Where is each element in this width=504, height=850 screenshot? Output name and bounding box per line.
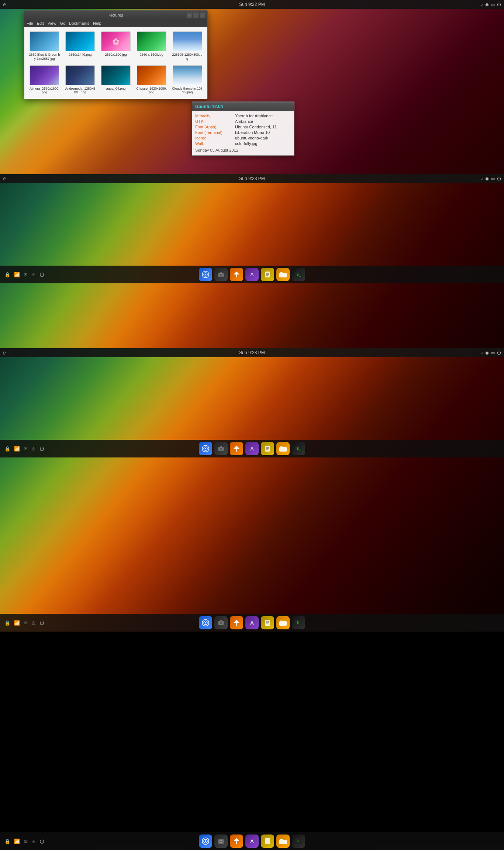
power-icon-bottom: ⏻ [39,839,44,844]
file-item[interactable]: Chasse_1920x1080.png [134,64,169,96]
info-value: ubuntu-mono-dark [235,136,268,140]
info-date: Sunday 05 August 2012 [195,148,291,152]
svg-text:A: A [250,272,254,277]
power-icon-2: ⏻ [497,176,501,181]
svg-point-52 [220,841,222,843]
info-value: Ysereh for Ambiance [235,114,273,118]
mail-icon-bottom: ✉ [24,839,28,844]
alert-icon-bottom: ⚠ [31,839,36,844]
lock-icon-3: 🔒 [4,620,10,626]
svg-rect-54 [265,838,270,844]
window-maximize-btn[interactable]: □ [193,13,199,18]
camera-dock-icon[interactable] [214,268,228,281]
file-thumbnail [173,31,202,51]
window-minimize-btn[interactable]: ─ [187,13,192,18]
svg-point-2 [205,274,206,275]
notes-bottom[interactable] [261,835,274,848]
file-manager-window: Pictures ─ □ × File Edit View Go Bookmar… [24,10,208,99]
terminal-bottom[interactable]: $_ [292,835,305,848]
menubar-time-3: Sun 9:23 PM [239,350,265,355]
info-value: Ubuntu Condensed, 11 [235,125,277,129]
file-item[interactable]: 2560 Blue & Green by Zim2687.jpg [27,30,62,62]
file-name: 2560 Blue & Green by Zim2687.jpg [29,53,60,61]
arrow-dock-icon[interactable] [230,268,243,281]
info-row-wall: Wall: colorfully.jpg [195,141,291,146]
arrow-dock-icon-2[interactable] [230,442,243,455]
ealign-logo-3: e [3,350,6,356]
arrow-dock-icon-3[interactable] [230,616,243,629]
menu-help[interactable]: Help [93,21,101,25]
folder-bottom[interactable] [276,835,290,848]
window-close-btn[interactable]: × [200,13,205,18]
file-item[interactable]: 2560 x 1600.jpg [134,30,169,62]
svg-rect-6 [220,272,222,273]
ubuntu-info-box: Ubuntu 12.04 Metacity: Ysereh for Ambian… [192,101,294,156]
mail-icon: ✉ [24,272,28,277]
appstore-dock-icon[interactable]: A [245,268,259,281]
appstore-dock-icon-3[interactable]: A [245,616,259,629]
file-item[interactable]: Almora_2560x1600.png [27,64,62,96]
svg-point-16 [205,448,206,449]
dock-center-2: A $_ [199,442,305,455]
notes-dock-icon[interactable] [261,268,274,281]
wifi-small-icon-3: 📶 [14,620,20,626]
svg-rect-20 [220,446,222,447]
volume-icon-3: ♪ [481,350,483,355]
file-grid: 2560 Blue & Green by Zim2687.jpg 2560x14… [24,27,207,99]
file-item[interactable]: 🌸 2560x1600.jpg [99,30,133,62]
menu-bookmarks[interactable]: Bookmarks [69,21,89,25]
wifi-icon-1: ◉ [485,2,489,7]
file-thumbnail [137,31,166,51]
spiral-dock-icon-3[interactable] [199,616,212,629]
file-thumbnail [30,65,59,85]
menu-view[interactable]: View [48,21,56,25]
camera-dock-icon-2[interactable] [214,442,228,455]
terminal-dock-icon-3[interactable]: $_ [292,616,305,629]
svg-text:$_: $_ [297,839,301,843]
folder-dock-icon-3[interactable] [276,616,290,629]
ealign-logo-1: e [3,1,6,7]
svg-text:$_: $_ [297,446,301,451]
notes-dock-icon-2[interactable] [261,442,274,455]
info-row-metacity: Metacity: Ysereh for Ambiance [195,114,291,118]
appstore-dock-icon-2[interactable]: A [245,442,259,455]
info-label: Font (Terminal): [195,130,232,135]
menubar-left-2: e [3,176,6,182]
camera-bottom[interactable] [214,835,228,848]
menubar-clock-1: Sun 9:22 PM [239,2,265,7]
file-item[interactable]: Andromeda_1280x800_.png [63,64,97,96]
desktop-background-3 [0,348,504,632]
spiral-dock-icon-2[interactable] [199,442,212,455]
file-item[interactable]: 2560x1440.png [63,30,97,62]
menu-go[interactable]: Go [60,21,65,25]
alert-icon-2: ⚠ [31,446,36,452]
menubar-right-2: ♪ ◉ ▭ ⏻ [481,176,501,181]
dock-center-3: A $_ [199,616,305,629]
menubar-1: e Sun 9:22 PM ♪ ◉ ▭ ⏻ [0,0,504,9]
app-bottom[interactable]: A [245,835,259,848]
wifi-icon-bottom: 📶 [14,839,20,844]
spiral-bottom[interactable] [199,835,212,848]
file-manager-titlebar[interactable]: Pictures ─ □ × [24,11,207,20]
file-thumbnail [101,65,131,85]
terminal-dock-icon[interactable]: $_ [292,268,305,281]
file-thumbnail [65,65,95,85]
folder-dock-icon-2[interactable] [276,442,290,455]
camera-dock-icon-3[interactable] [214,616,228,629]
terminal-dock-icon-2[interactable]: $_ [292,442,305,455]
notes-dock-icon-3[interactable] [261,616,274,629]
folder-dock-icon[interactable] [276,268,290,281]
svg-point-49 [205,840,206,842]
file-item[interactable]: Clouds theme in 1080p.jpeg [170,64,204,96]
spiral-dock-icon[interactable] [199,268,212,281]
file-name: 228305-1280x800.jpg [172,53,203,61]
volume-icon-2: ♪ [481,176,483,181]
menu-edit[interactable]: Edit [37,21,44,25]
file-item[interactable]: aqua_04.png [99,64,133,96]
alert-icon-3: ⚠ [31,620,36,626]
menu-file[interactable]: File [27,21,33,25]
file-name: aqua_04.png [106,87,126,91]
arrow-bottom[interactable] [230,835,243,848]
file-item[interactable]: 228305-1280x800.jpg [170,30,204,62]
power-icon-1: ⏻ [497,2,501,7]
